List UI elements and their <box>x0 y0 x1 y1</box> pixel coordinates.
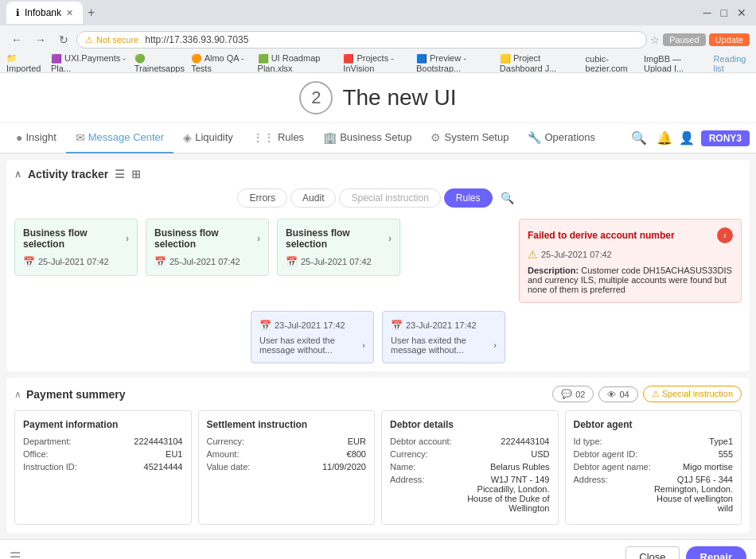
browser-tab[interactable]: ℹ Infobank ✕ <box>6 2 83 24</box>
user-badge[interactable]: RONY3 <box>701 130 750 146</box>
payment-section-toggle[interactable]: ∧ <box>14 389 21 400</box>
paused-button[interactable]: Paused <box>663 33 705 46</box>
bookmark-imgbb[interactable]: ImgBB — Upload I... <box>644 54 707 73</box>
filter-errors[interactable]: Errors <box>237 188 287 208</box>
flow-card-3-title: Business flow selection › <box>286 227 392 250</box>
window-controls: ─ □ ✕ <box>700 6 750 19</box>
liquidity-icon: ◈ <box>183 131 192 144</box>
payment-row-office: Office: EU1 <box>23 449 183 459</box>
flow-card-1-chevron[interactable]: › <box>126 233 129 244</box>
bookmark-uiroadmap[interactable]: 🟩 UI Roadmap Plan.xlsx <box>258 54 337 73</box>
sidebar-item-operations[interactable]: 🔧 Operations <box>518 123 605 153</box>
nav-operations-label: Operations <box>544 131 595 143</box>
payment-summary-header: ∧ Payment summery 💬 02 👁 04 ⚠ Special in… <box>14 386 742 402</box>
repair-button[interactable]: Repair <box>686 546 746 559</box>
sidebar-item-system-setup[interactable]: ⚙ System Setup <box>421 123 518 153</box>
view-badge[interactable]: 👁 04 <box>598 386 637 402</box>
security-icon: ⚠ <box>85 35 93 45</box>
exit-card-2-message: User has exited the message without... › <box>391 336 497 355</box>
not-secure-label: Not secure <box>96 35 138 45</box>
tab-title: Infobank <box>25 7 61 18</box>
flow-card-3-chevron[interactable]: › <box>388 233 392 244</box>
filter-audit[interactable]: Audit <box>290 188 336 208</box>
bookmark-projects[interactable]: 🟥 Projects - InVision <box>343 54 410 73</box>
filter-rules[interactable]: Rules <box>444 188 493 208</box>
minimize-button[interactable]: ─ <box>700 6 715 19</box>
bookmark-cubicbezier[interactable]: cubic-bezier.com <box>586 54 637 73</box>
nav-insight-label: Insight <box>25 131 56 143</box>
flow-card-2-date: 📅 25-Jul-2021 07:42 <box>154 256 260 267</box>
close-button[interactable]: ✕ <box>734 6 750 19</box>
flow-cards-row1: Business flow selection › 📅 25-Jul-2021 … <box>14 219 742 303</box>
close-button[interactable]: Close <box>625 546 679 559</box>
flow-card-2: Business flow selection › 📅 25-Jul-2021 … <box>146 219 269 276</box>
filter-special[interactable]: Special instruction <box>339 188 440 208</box>
debtor-agent-title: Debtor agent <box>574 419 734 430</box>
payment-summary-section: ∧ Payment summery 💬 02 👁 04 ⚠ Special in… <box>6 378 750 533</box>
sidebar-item-business-setup[interactable]: 🏢 Business Setup <box>314 123 421 153</box>
flow-card-3: Business flow selection › 📅 25-Jul-2021 … <box>277 219 400 276</box>
menu-icon[interactable]: ☰ <box>10 549 21 559</box>
exit-card-1: 📅 23-Jul-2021 17:42 User has exited the … <box>251 311 374 363</box>
flow-card-3-date: 📅 25-Jul-2021 07:42 <box>286 256 392 267</box>
exit-card-2-chevron[interactable]: › <box>493 340 497 350</box>
bookmark-dashboard[interactable]: 🟨 Project Dashboard J... <box>500 54 579 73</box>
bookmark-uxipayments[interactable]: 🟪 UXI.Payments - Pla... <box>51 54 128 73</box>
tab-favicon: ℹ <box>16 7 20 18</box>
debtor-details-title: Debtor details <box>390 419 550 430</box>
bell-icon[interactable]: 🔔 <box>657 130 672 146</box>
special-instruction-badge[interactable]: ⚠ Special instruction <box>643 386 742 402</box>
comment-icon: 💬 <box>561 389 572 399</box>
payment-summary-title: Payment summery <box>26 388 126 401</box>
list-icon[interactable]: ☰ <box>115 168 125 181</box>
bottom-bar: ☰ Close Repair <box>0 539 756 559</box>
message-center-icon: ✉ <box>76 131 85 144</box>
comment-badge[interactable]: 💬 02 <box>552 386 594 402</box>
maximize-button[interactable]: □ <box>718 6 731 19</box>
user-icon: 👤 <box>679 130 695 146</box>
forward-button[interactable]: → <box>30 32 51 48</box>
operations-icon: 🔧 <box>528 131 541 144</box>
calendar-icon-exit-2: 📅 <box>391 320 403 331</box>
page-header: 2 The new UI <box>0 73 756 123</box>
exit-card-1-chevron[interactable]: › <box>362 340 365 350</box>
activity-tracker-section: ∧ Activity tracker ☰ ⊞ Errors Audit Spec… <box>6 160 750 371</box>
view-count: 04 <box>619 390 629 399</box>
grid-icon[interactable]: ⊞ <box>131 168 141 181</box>
debtor-row-name: Name: Belarus Rubles <box>390 462 550 472</box>
flow-card-1: Business flow selection › 📅 25-Jul-2021 … <box>14 219 138 276</box>
calendar-icon-1: 📅 <box>23 256 35 267</box>
back-button[interactable]: ← <box>6 32 27 48</box>
activity-tracker-title: Activity tracker <box>28 168 108 181</box>
exit-card-1-message: User has exited the message without... › <box>259 336 365 355</box>
filter-search-button[interactable]: 🔍 <box>496 190 519 206</box>
debtor-details-box: Debtor details Debtor account: 222444310… <box>381 410 559 525</box>
bookmark-almoqa[interactable]: 🟠 Almo QA - Tests <box>191 54 251 73</box>
calendar-icon-3: 📅 <box>286 256 298 267</box>
bookmark-imported[interactable]: 📁 Imported <box>6 54 45 73</box>
flow-card-2-chevron[interactable]: › <box>257 233 260 244</box>
bookmark-readinglist[interactable]: Reading list <box>713 54 750 73</box>
sidebar-item-message-center[interactable]: ✉ Message Center <box>66 123 173 153</box>
debtor-agent-row-name: Debtor agent name: Migo mortise <box>574 462 734 472</box>
search-icon[interactable]: 🔍 <box>631 130 647 146</box>
sidebar-item-insight[interactable]: ● Insight <box>6 123 66 153</box>
bookmark-preview[interactable]: 🟦 Preview - Bootstrap... <box>416 54 493 73</box>
sidebar-item-rules[interactable]: ⋮⋮ Rules <box>243 123 314 153</box>
address-bar[interactable]: ⚠ Not secure http://17.336.93.90.7035 <box>76 31 647 49</box>
section-toggle-icon[interactable]: ∧ <box>14 169 21 180</box>
bookmark-trainetsapps[interactable]: 🟢 Trainetsapps <box>134 54 185 73</box>
bookmark-icon[interactable]: ☆ <box>650 34 660 46</box>
system-setup-icon: ⚙ <box>431 131 441 144</box>
new-tab-button[interactable]: + <box>88 6 95 20</box>
payment-info-title: Payment information <box>23 419 183 430</box>
exit-card-2: 📅 23-Jul-2021 17:42 User has exited the … <box>382 311 505 363</box>
tab-close-icon[interactable]: ✕ <box>66 8 73 18</box>
nav-business-setup-label: Business Setup <box>340 131 411 143</box>
browser-window: ℹ Infobank ✕ + ─ □ ✕ ← → ↻ ⚠ Not secure … <box>0 0 756 73</box>
reload-button[interactable]: ↻ <box>54 32 73 48</box>
update-button[interactable]: Update <box>709 33 750 46</box>
sidebar-item-liquidity[interactable]: ◈ Liquidity <box>173 123 243 153</box>
error-card-close-button[interactable]: ‹ <box>717 227 733 243</box>
main-content: ∧ Activity tracker ☰ ⊞ Errors Audit Spec… <box>0 153 756 539</box>
